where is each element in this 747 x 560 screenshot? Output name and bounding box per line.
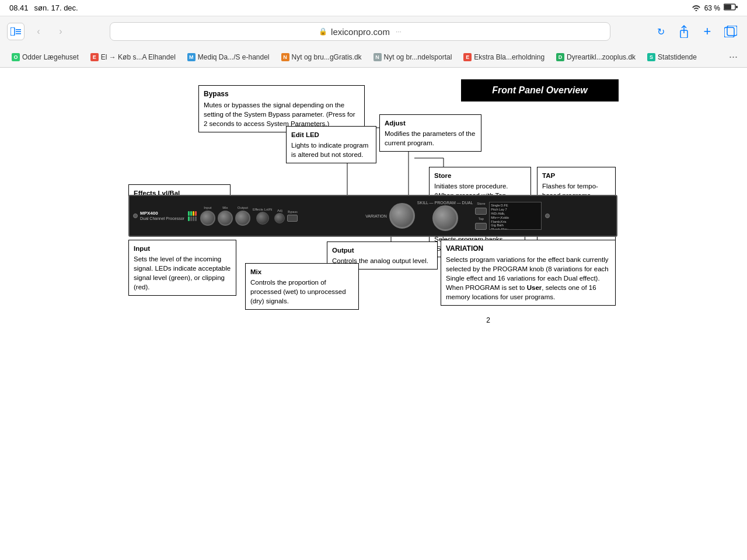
- bookmark-label-nyt2: Nyt og br...ndelsportal: [384, 53, 452, 61]
- bookmark-label-dyre: Dyreartikl...zooplus.dk: [567, 53, 636, 61]
- edit-led-annotation: Edit LED Lights to indicate program is a…: [286, 126, 376, 163]
- bookmark-favicon-nyt1: N: [281, 53, 289, 61]
- bookmark-label-mediq: Mediq Da.../S e-handel: [198, 53, 270, 61]
- bookmark-label-ekstra: Ekstra Bla...erholdning: [474, 53, 544, 61]
- battery-icon: [724, 4, 738, 12]
- device-model-label: MPX400 Dual Channel Processor: [140, 211, 184, 220]
- bookmarks-more-button[interactable]: ···: [727, 51, 740, 63]
- tabs-button[interactable]: [721, 22, 740, 41]
- variation-label: VARIATION: [365, 214, 387, 218]
- store-title: Store: [434, 171, 526, 180]
- svg-rect-5: [16, 32, 21, 33]
- store-button: [475, 208, 487, 215]
- edit-led-title: Edit LED: [291, 130, 371, 139]
- adj-knob: [274, 213, 285, 223]
- led-red-1: [195, 211, 197, 216]
- time-display: 08.41: [9, 4, 29, 12]
- tap-title: TAP: [542, 171, 610, 180]
- url-display: lexiconpro.com: [331, 27, 390, 37]
- bookmark-dyre[interactable]: D Dyreartikl...zooplus.dk: [551, 51, 640, 63]
- output-knob: [235, 211, 250, 226]
- status-bar-left: 08.41 søn. 17. dec.: [9, 4, 78, 12]
- bookmark-stats[interactable]: S Statstidende: [643, 51, 701, 63]
- bookmarks-bar: O Odder Lægehuset E El → Køb s...A Elhan…: [0, 47, 747, 68]
- led-green-1: [188, 211, 190, 216]
- tap-btn-label: Tap: [478, 217, 484, 220]
- page-num-text: 2: [486, 316, 490, 324]
- variation-annotation: VARIATION Selects program variations for…: [441, 240, 616, 306]
- bookmark-nyt1[interactable]: N Nyt og bru...gGratis.dk: [277, 51, 366, 63]
- variation-title: VARIATION: [446, 244, 610, 254]
- adj-section: Adj: [274, 209, 285, 223]
- led-meters: [188, 211, 197, 221]
- device-panel: MPX400 Dual Channel Processor: [128, 195, 617, 237]
- front-panel-title: Front Panel Overview: [461, 79, 619, 102]
- bypass-annotation: Bypass Mutes or bypasses the signal depe…: [198, 85, 365, 132]
- led-off-1: [190, 216, 192, 221]
- power-led: [133, 214, 138, 218]
- bookmark-label-el: El → Køb s...A Elhandel: [101, 53, 176, 61]
- program-display-text: Single D.FEPitch Lay 7HiDi Aldb,Mfx<=,Ko…: [491, 204, 540, 230]
- bookmark-mediq[interactable]: M Mediq Da.../S e-handel: [183, 51, 274, 63]
- input-section: Input: [200, 206, 215, 226]
- page-number: 2: [486, 316, 490, 324]
- share-button[interactable]: [675, 22, 693, 41]
- variation-knob: [389, 203, 415, 229]
- svg-rect-1: [724, 5, 731, 9]
- bookmark-label-stats: Statstidende: [658, 53, 697, 61]
- wifi-icon: [692, 4, 701, 13]
- reload-button[interactable]: ↻: [651, 22, 670, 41]
- bookmark-favicon-ekstra: E: [463, 53, 472, 61]
- program-knob-section: SKILL — PROGRAM — DUAL: [417, 201, 473, 231]
- forward-button[interactable]: ›: [53, 23, 69, 40]
- back-button[interactable]: ‹: [30, 23, 47, 40]
- bookmark-nyt2[interactable]: N Nyt og br...ndelsportal: [369, 51, 457, 63]
- three-dots-center: ···: [396, 27, 402, 36]
- bypass-title: Bypass: [204, 89, 359, 99]
- store-btn-label: Store: [477, 202, 485, 205]
- input-title: Input: [134, 244, 231, 253]
- bookmark-odder[interactable]: O Odder Lægehuset: [7, 51, 83, 63]
- sidebar-toggle-button[interactable]: [7, 23, 25, 40]
- bookmark-el[interactable]: E El → Køb s...A Elhandel: [86, 51, 180, 63]
- device-power-section: [133, 214, 138, 218]
- effects-knob-label: Effects Lvl/N: [253, 208, 273, 211]
- adjust-annotation: Adjust Modifies the parameters of the cu…: [379, 114, 481, 152]
- bookmark-label-odder: Odder Lægehuset: [22, 53, 79, 61]
- status-bar-right: 63 %: [692, 4, 738, 13]
- input-text: Sets the level of the incoming signal. L…: [134, 256, 231, 290]
- store-tap-section: Store Tap: [475, 202, 487, 230]
- bookmark-favicon-el: E: [90, 53, 99, 61]
- mix-section: Mix: [218, 206, 233, 226]
- led-row-2: [188, 216, 197, 221]
- nav-actions: ↻ +: [651, 22, 740, 41]
- adj-label: Adj: [277, 209, 282, 212]
- effects-knob-section: Effects Lvl/N: [253, 208, 273, 225]
- bypass-text: Mutes or bypasses the signal depending o…: [204, 102, 355, 127]
- svg-rect-6: [16, 33, 21, 34]
- adjust-text: Modifies the parameters of the current p…: [385, 130, 475, 146]
- input-label: Input: [204, 206, 211, 209]
- led-row-1: [188, 211, 197, 216]
- bookmark-ekstra[interactable]: E Ekstra Bla...erholdning: [459, 51, 549, 63]
- address-bar[interactable]: 🔒 lexiconpro.com ···: [110, 22, 610, 41]
- add-tab-button[interactable]: +: [698, 22, 717, 41]
- mix-text: Controls the proportion of processed (we…: [250, 279, 346, 304]
- output-section: Output: [235, 206, 250, 226]
- program-knob-label: SKILL — PROGRAM — DUAL: [417, 201, 473, 205]
- tap-button: [475, 223, 487, 230]
- bookmark-label-nyt1: Nyt og bru...gGratis.dk: [292, 53, 362, 61]
- mix-knob: [218, 211, 233, 226]
- mix-title: Mix: [250, 267, 354, 276]
- input-knob: [200, 211, 215, 226]
- model-desc: Dual Channel Processor: [140, 216, 184, 221]
- bookmark-favicon-mediq: M: [187, 53, 196, 61]
- svg-rect-4: [16, 29, 21, 30]
- front-panel-title-text: Front Panel Overview: [492, 85, 588, 95]
- bookmark-favicon-nyt2: N: [374, 53, 382, 61]
- status-bar: 08.41 søn. 17. dec. 63 %: [0, 0, 747, 16]
- bookmark-favicon-stats: S: [647, 53, 655, 61]
- adjust-title: Adjust: [385, 118, 476, 128]
- variation-text: Selects program variations for the effec…: [446, 256, 609, 300]
- page-content: Front Panel Overview Bypass Mutes or byp…: [0, 68, 747, 560]
